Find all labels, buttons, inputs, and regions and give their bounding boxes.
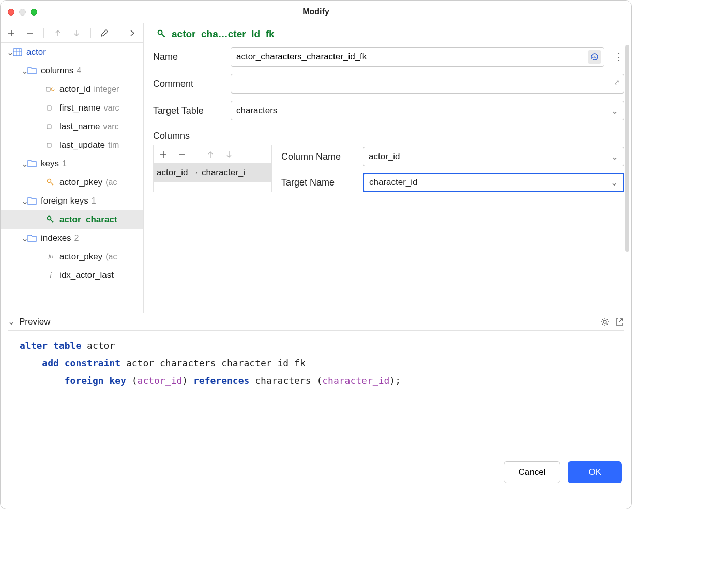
sidebar-toolbar — [1, 23, 143, 43]
tree-fk-folder[interactable]: ⌄ foreign keys 1 — [1, 192, 143, 210]
fk-key-icon — [157, 29, 166, 39]
chevron-down-icon: ⌄ — [8, 316, 14, 327]
up-icon[interactable] — [206, 150, 215, 159]
titlebar: Modify — [1, 1, 631, 23]
up-icon[interactable] — [53, 28, 63, 38]
svg-text:A: A — [593, 55, 596, 59]
expand-icon[interactable]: ⤢ — [614, 78, 620, 86]
indexes-count: 2 — [74, 234, 79, 243]
edit-icon[interactable] — [100, 28, 110, 38]
target-table-select[interactable]: characters ⌄ — [231, 101, 624, 120]
svg-rect-0 — [13, 49, 22, 56]
tree-table-row[interactable]: ⌄ actor — [1, 43, 143, 61]
main-panel: actor_cha…cter_id_fk Name A ⋮ Comment ⤢ … — [144, 23, 631, 313]
svg-rect-5 — [47, 143, 51, 147]
chevron-down-icon: ⌄ — [21, 66, 27, 76]
index-row[interactable]: iidx_actor_last — [1, 266, 143, 285]
chevron-down-icon: ⌄ — [21, 159, 27, 169]
ok-button[interactable]: OK — [568, 461, 622, 483]
comment-input[interactable] — [231, 74, 624, 94]
row-name: Name A ⋮ — [153, 47, 624, 67]
svg-rect-1 — [46, 87, 50, 91]
close-window-icon[interactable] — [8, 9, 14, 16]
chevron-down-icon: ⌄ — [7, 47, 13, 58]
fk-count: 1 — [92, 196, 96, 206]
content: ⌄ actor ⌄ columns 4 actor_idinteger firs… — [1, 23, 631, 313]
tree-columns-folder[interactable]: ⌄ columns 4 — [1, 61, 143, 80]
window-title: Modify — [302, 7, 329, 17]
key-row[interactable]: actor_pkey(ac — [1, 173, 143, 192]
column-row[interactable]: actor_idinteger — [1, 80, 143, 99]
table-icon — [13, 48, 22, 57]
keys-count: 1 — [62, 159, 67, 168]
columns-title: Columns — [153, 131, 624, 142]
fk-label: foreign keys — [41, 196, 88, 206]
columns-list: actor_id → character_i — [153, 145, 272, 192]
scrollbar[interactable] — [625, 45, 629, 252]
row-comment: Comment ⤢ — [153, 74, 624, 94]
column-icon — [46, 103, 55, 113]
preview-section: ⌄ Preview alter table actor add constrai… — [1, 313, 631, 461]
columns-label: columns — [41, 66, 73, 76]
target-name-value: character_id — [369, 177, 418, 188]
tree-indexes-folder[interactable]: ⌄ indexes 2 — [1, 229, 143, 248]
popout-icon[interactable] — [615, 317, 624, 327]
window-controls — [8, 9, 37, 16]
folder-icon — [27, 159, 37, 168]
row-target-table: Target Table characters ⌄ — [153, 101, 624, 120]
chevron-down-icon: ⌄ — [611, 105, 618, 116]
target-name-select[interactable]: character_id ⌄ — [363, 173, 624, 192]
folder-icon — [27, 234, 37, 243]
folder-icon — [27, 196, 37, 206]
svg-rect-3 — [47, 106, 51, 110]
column-row[interactable]: last_namevarc — [1, 117, 143, 136]
column-name-select[interactable]: actor_id ⌄ — [363, 147, 624, 166]
indexes-label: indexes — [41, 233, 71, 243]
columns-count: 4 — [77, 66, 81, 75]
key-icon — [46, 178, 55, 187]
fk-key-icon — [46, 215, 55, 224]
preview-header[interactable]: ⌄ Preview — [1, 313, 631, 330]
fk-header: actor_cha…cter_id_fk — [157, 28, 624, 40]
column-row[interactable]: first_namevarc — [1, 99, 143, 117]
svg-point-10 — [603, 320, 606, 323]
more-icon[interactable]: ⋮ — [614, 51, 624, 63]
column-name-label: Column Name — [281, 151, 363, 162]
down-icon[interactable] — [72, 28, 81, 38]
sidebar: ⌄ actor ⌄ columns 4 actor_idinteger firs… — [1, 23, 144, 313]
column-row[interactable]: last_updatetim — [1, 136, 143, 155]
target-name-label: Target Name — [281, 177, 363, 188]
down-icon[interactable] — [224, 150, 234, 159]
add-icon[interactable] — [159, 150, 168, 159]
separator — [90, 28, 91, 38]
footer: Cancel OK — [1, 461, 631, 492]
svg-point-8 — [158, 30, 162, 35]
folder-icon — [27, 66, 37, 75]
remove-icon[interactable] — [177, 150, 187, 159]
svg-point-7 — [48, 217, 51, 220]
columns-section: Columns actor_id → character_i Column Na… — [153, 131, 624, 192]
remove-icon[interactable] — [25, 28, 35, 38]
fk-row[interactable]: actor_charact — [1, 210, 143, 229]
tree-keys-folder[interactable]: ⌄ keys 1 — [1, 155, 143, 173]
add-icon[interactable] — [7, 28, 16, 38]
column-mapping-row[interactable]: actor_id → character_i — [154, 163, 271, 182]
table-name: actor — [26, 47, 46, 57]
reset-name-icon[interactable]: A — [588, 50, 601, 64]
column-icon — [46, 122, 55, 131]
gear-icon[interactable] — [600, 317, 610, 327]
forward-icon[interactable] — [128, 28, 137, 38]
zoom-window-icon[interactable] — [31, 9, 37, 16]
index-icon: iU — [46, 252, 55, 261]
name-label: Name — [153, 52, 231, 63]
chevron-down-icon: ⌄ — [21, 233, 27, 244]
separator — [196, 149, 196, 160]
column-props: Column Name actor_id ⌄ Target Name chara… — [281, 145, 624, 192]
comment-label: Comment — [153, 79, 231, 89]
minimize-window-icon[interactable] — [19, 9, 26, 16]
name-input[interactable] — [231, 47, 604, 67]
sql-preview[interactable]: alter table actor add constraint actor_c… — [8, 330, 624, 423]
separator — [43, 28, 44, 38]
index-row[interactable]: iUactor_pkey(ac — [1, 248, 143, 266]
cancel-button[interactable]: Cancel — [504, 461, 561, 483]
